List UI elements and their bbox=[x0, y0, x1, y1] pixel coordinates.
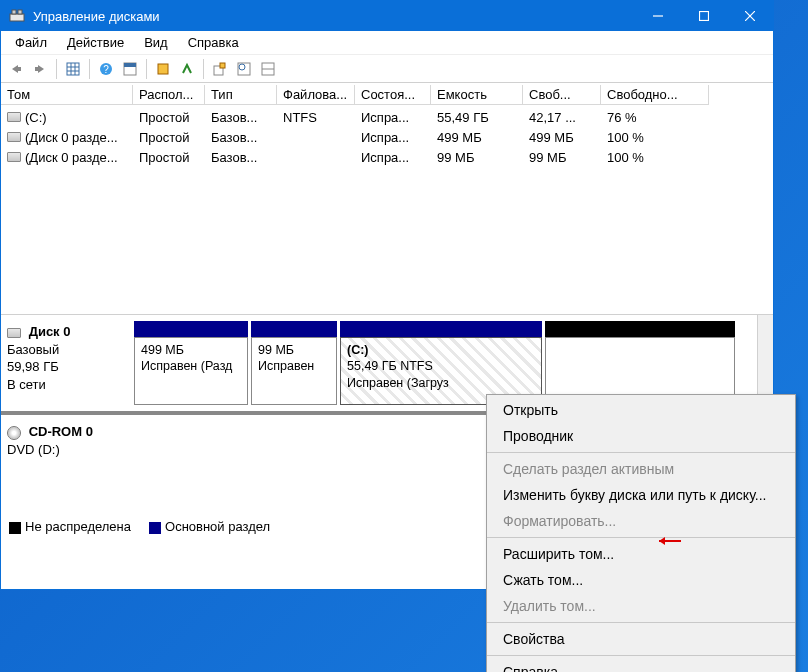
svg-rect-7 bbox=[67, 63, 79, 75]
svg-marker-24 bbox=[659, 537, 665, 545]
menu-separator bbox=[487, 537, 795, 538]
menu-help[interactable]: Справка bbox=[178, 33, 249, 52]
grid-icon[interactable] bbox=[62, 58, 84, 80]
menu-file[interactable]: Файл bbox=[5, 33, 57, 52]
svg-rect-4 bbox=[700, 12, 709, 21]
partition-bar bbox=[134, 321, 248, 337]
col-volume[interactable]: Том bbox=[1, 85, 133, 105]
cdrom-label: CD-ROM 0 DVD (D:) bbox=[7, 421, 131, 509]
column-headers: Том Распол... Тип Файлова... Состоя... Е… bbox=[1, 83, 773, 107]
partition-bar bbox=[251, 321, 337, 337]
menu-separator bbox=[487, 622, 795, 623]
context-menu: ОткрытьПроводникСделать раздел активнымИ… bbox=[486, 394, 796, 672]
partition-bar bbox=[545, 321, 735, 337]
menu-item[interactable]: Изменить букву диска или путь к диску... bbox=[487, 482, 795, 508]
forward-button[interactable] bbox=[29, 58, 51, 80]
col-layout[interactable]: Распол... bbox=[133, 85, 205, 105]
svg-rect-15 bbox=[124, 63, 136, 67]
menu-item[interactable]: Проводник bbox=[487, 423, 795, 449]
titlebar[interactable]: Управление дисками bbox=[1, 1, 773, 31]
cd-icon bbox=[7, 426, 21, 440]
panel-icon[interactable] bbox=[119, 58, 141, 80]
partition[interactable]: (C:)55,49 ГБ NTFSИсправен (Загруз bbox=[340, 321, 542, 405]
menubar: Файл Действие Вид Справка bbox=[1, 31, 773, 55]
menu-separator bbox=[487, 655, 795, 656]
table-row[interactable]: (Диск 0 разде... ПростойБазов... Испра..… bbox=[1, 127, 773, 147]
cdrom-sub: DVD (D:) bbox=[7, 442, 60, 457]
menu-item: Удалить том... bbox=[487, 593, 795, 619]
tool-icon-4[interactable] bbox=[233, 58, 255, 80]
help-icon[interactable]: ? bbox=[95, 58, 117, 80]
volume-icon bbox=[7, 112, 21, 122]
col-fs[interactable]: Файлова... bbox=[277, 85, 355, 105]
disk-icon bbox=[7, 328, 21, 338]
svg-rect-0 bbox=[10, 14, 24, 21]
svg-rect-16 bbox=[158, 64, 168, 74]
legend-unalloc-swatch bbox=[9, 522, 21, 534]
cdrom-name: CD-ROM 0 bbox=[29, 424, 93, 439]
volume-icon bbox=[7, 132, 21, 142]
close-button[interactable] bbox=[727, 1, 773, 31]
partition[interactable] bbox=[545, 321, 735, 405]
col-freepct[interactable]: Свободно... bbox=[601, 85, 709, 105]
legend-unalloc-label: Не распределена bbox=[25, 519, 131, 534]
menu-separator bbox=[487, 452, 795, 453]
menu-item[interactable]: Справка bbox=[487, 659, 795, 672]
legend-primary-label: Основной раздел bbox=[165, 519, 270, 534]
table-row[interactable]: (Диск 0 разде... ПростойБазов... Испра..… bbox=[1, 147, 773, 167]
app-icon bbox=[9, 8, 25, 24]
menu-item[interactable]: Сжать том... bbox=[487, 567, 795, 593]
menu-item[interactable]: Открыть bbox=[487, 397, 795, 423]
table-row[interactable]: (C:) ПростойБазов...NTFS Испра...55,49 Г… bbox=[1, 107, 773, 127]
maximize-button[interactable] bbox=[681, 1, 727, 31]
disk-size: 59,98 ГБ bbox=[7, 359, 59, 374]
disk-type: Базовый bbox=[7, 342, 59, 357]
menu-item: Сделать раздел активным bbox=[487, 456, 795, 482]
menu-action[interactable]: Действие bbox=[57, 33, 134, 52]
col-free[interactable]: Своб... bbox=[523, 85, 601, 105]
svg-rect-1 bbox=[12, 10, 16, 14]
partition-bar bbox=[340, 321, 542, 337]
partition[interactable]: 99 МБИсправен bbox=[251, 321, 337, 405]
col-status[interactable]: Состоя... bbox=[355, 85, 431, 105]
legend-primary-swatch bbox=[149, 522, 161, 534]
tool-icon-3[interactable] bbox=[209, 58, 231, 80]
tool-icon-1[interactable] bbox=[152, 58, 174, 80]
disk-status: В сети bbox=[7, 377, 46, 392]
tool-icon-5[interactable] bbox=[257, 58, 279, 80]
window-title: Управление дисками bbox=[33, 9, 635, 24]
partition[interactable]: 499 МБИсправен (Разд bbox=[134, 321, 248, 405]
menu-item[interactable]: Свойства bbox=[487, 626, 795, 652]
disk-name: Диск 0 bbox=[29, 324, 71, 339]
volume-icon bbox=[7, 152, 21, 162]
menu-item: Форматировать... bbox=[487, 508, 795, 534]
minimize-button[interactable] bbox=[635, 1, 681, 31]
partition-box[interactable]: 499 МБИсправен (Разд bbox=[134, 337, 248, 405]
svg-text:?: ? bbox=[103, 64, 109, 75]
menu-view[interactable]: Вид bbox=[134, 33, 178, 52]
back-button[interactable] bbox=[5, 58, 27, 80]
svg-point-20 bbox=[239, 64, 245, 70]
col-type[interactable]: Тип bbox=[205, 85, 277, 105]
svg-rect-2 bbox=[18, 10, 22, 14]
col-capacity[interactable]: Емкость bbox=[431, 85, 523, 105]
svg-rect-18 bbox=[220, 63, 225, 68]
toolbar: ? bbox=[1, 55, 773, 83]
volume-list[interactable]: Том Распол... Тип Файлова... Состоя... Е… bbox=[1, 83, 773, 315]
tool-icon-2[interactable] bbox=[176, 58, 198, 80]
menu-item[interactable]: Расширить том... bbox=[487, 541, 795, 567]
disk-0-label: Диск 0 Базовый 59,98 ГБ В сети bbox=[7, 321, 131, 405]
partition-box[interactable]: 99 МБИсправен bbox=[251, 337, 337, 405]
